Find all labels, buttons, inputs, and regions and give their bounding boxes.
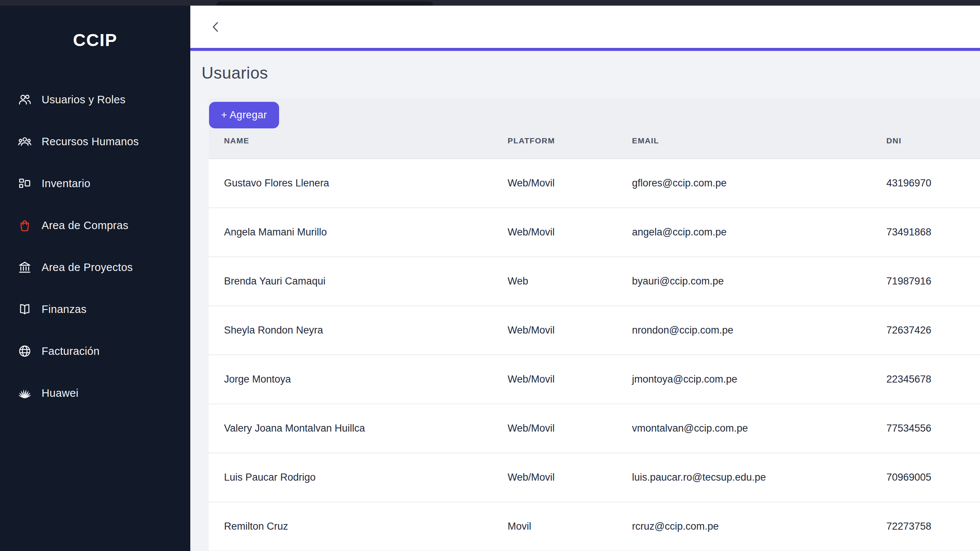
browser-tab	[216, 2, 433, 6]
cell-name: Luis Paucar Rodrigo	[224, 453, 316, 502]
sidebar-item-finanzas[interactable]: Finanzas	[0, 300, 190, 319]
sidebar-item-facturaci-n[interactable]: Facturación	[0, 342, 190, 360]
brand-logo: CCIP	[0, 31, 190, 49]
sidebar-item-label: Huawei	[41, 387, 79, 399]
cell-dni: 77534556	[886, 404, 931, 453]
column-header-dni: DNI	[886, 136, 901, 145]
page-header	[190, 6, 980, 48]
users-table-card: + Agregar NAME PLATFORM EMAIL DNI Gustav…	[208, 98, 980, 551]
cell-email: luis.paucar.ro@tecsup.edu.pe	[632, 453, 766, 502]
cell-dni: 72273758	[886, 502, 931, 551]
table-body: Gustavo Flores Llenera Web/Movil gflores…	[208, 159, 980, 551]
bank-icon	[18, 260, 32, 275]
cell-name: Sheyla Rondon Neyra	[224, 306, 323, 354]
cell-platform: Web	[508, 257, 528, 305]
cell-platform: Web/Movil	[508, 159, 555, 207]
table-row[interactable]: Valery Joana Montalvan Huillca Web/Movil…	[208, 404, 980, 453]
sidebar-nav: Usuarios y Roles Recursos Humanos Invent…	[0, 90, 190, 402]
cell-dni: 22345678	[886, 355, 931, 403]
cell-name: Angela Mamani Murillo	[224, 208, 327, 256]
cell-email: nrondon@ccip.com.pe	[632, 306, 733, 354]
back-button[interactable]	[209, 19, 223, 35]
accent-divider	[190, 48, 980, 51]
cell-platform: Web/Movil	[508, 306, 555, 354]
sidebar-item-huawei[interactable]: Huawei	[0, 384, 190, 402]
sidebar-item-area-de-proyectos[interactable]: Area de Proyectos	[0, 258, 190, 276]
sidebar-item-label: Inventario	[41, 178, 90, 190]
cell-email: rcruz@ccip.com.pe	[632, 502, 719, 551]
sidebar-item-label: Area de Compras	[41, 219, 129, 232]
cell-dni: 71987916	[886, 257, 931, 305]
main-area: Usuarios + Agregar NAME PLATFORM EMAIL D…	[190, 6, 980, 551]
sidebar-item-label: Usuarios y Roles	[41, 94, 126, 106]
cell-dni: 72637426	[886, 306, 931, 354]
huawei-icon	[18, 386, 32, 400]
sidebar: CCIP Usuarios y Roles Recursos Humanos I…	[0, 6, 190, 551]
globe-icon	[18, 344, 32, 358]
table-row[interactable]: Remilton Cruz Movil rcruz@ccip.com.pe 72…	[208, 502, 980, 551]
group-icon	[18, 134, 32, 149]
cell-dni: 73491868	[886, 208, 931, 256]
cell-email: byauri@ccip.com.pe	[632, 257, 724, 305]
cell-email: vmontalvan@ccip.com.pe	[632, 404, 748, 453]
cell-platform: Movil	[508, 502, 531, 551]
page-title: Usuarios	[202, 64, 268, 82]
cell-platform: Web/Movil	[508, 453, 555, 502]
chevron-left-icon	[209, 19, 223, 35]
table-row[interactable]: Gustavo Flores Llenera Web/Movil gflores…	[208, 159, 980, 208]
inventory-icon	[18, 176, 32, 191]
cell-email: gflores@ccip.com.pe	[632, 159, 727, 207]
cell-platform: Web/Movil	[508, 404, 555, 453]
cell-dni: 43196970	[886, 159, 931, 207]
cell-name: Jorge Montoya	[224, 355, 291, 403]
table-header-row: NAME PLATFORM EMAIL DNI	[208, 98, 980, 159]
table-row[interactable]: Angela Mamani Murillo Web/Movil angela@c…	[208, 208, 980, 257]
sidebar-item-label: Area de Proyectos	[41, 261, 133, 274]
cell-email: jmontoya@ccip.com.pe	[632, 355, 737, 403]
sidebar-item-inventario[interactable]: Inventario	[0, 174, 190, 193]
cell-name: Valery Joana Montalvan Huillca	[224, 404, 365, 453]
table-row[interactable]: Luis Paucar Rodrigo Web/Movil luis.pauca…	[208, 453, 980, 502]
column-header-email: EMAIL	[632, 136, 659, 145]
sidebar-item-area-de-compras[interactable]: Area de Compras	[0, 216, 190, 235]
cell-name: Brenda Yauri Camaqui	[224, 257, 326, 305]
cell-name: Gustavo Flores Llenera	[224, 159, 329, 207]
sidebar-item-label: Facturación	[41, 345, 100, 357]
cell-platform: Web/Movil	[508, 208, 555, 256]
book-icon	[18, 302, 32, 316]
cell-dni: 70969005	[886, 453, 931, 502]
column-header-name: NAME	[224, 136, 249, 145]
sidebar-item-label: Recursos Humanos	[41, 135, 138, 148]
table-row[interactable]: Brenda Yauri Camaqui Web byauri@ccip.com…	[208, 257, 980, 306]
top-bar	[0, 0, 980, 6]
shopping-bag-icon	[18, 218, 32, 232]
table-row[interactable]: Jorge Montoya Web/Movil jmontoya@ccip.co…	[208, 355, 980, 404]
sidebar-item-recursos-humanos[interactable]: Recursos Humanos	[0, 132, 190, 151]
column-header-platform: PLATFORM	[508, 136, 555, 145]
sidebar-item-label: Finanzas	[41, 303, 86, 316]
content-area: Usuarios + Agregar NAME PLATFORM EMAIL D…	[190, 51, 980, 551]
sidebar-item-usuarios-y-roles[interactable]: Usuarios y Roles	[0, 90, 190, 109]
cell-platform: Web/Movil	[508, 355, 555, 403]
table-row[interactable]: Sheyla Rondon Neyra Web/Movil nrondon@cc…	[208, 306, 980, 355]
cell-email: angela@ccip.com.pe	[632, 208, 727, 256]
users-icon	[18, 92, 32, 107]
cell-name: Remilton Cruz	[224, 502, 288, 551]
